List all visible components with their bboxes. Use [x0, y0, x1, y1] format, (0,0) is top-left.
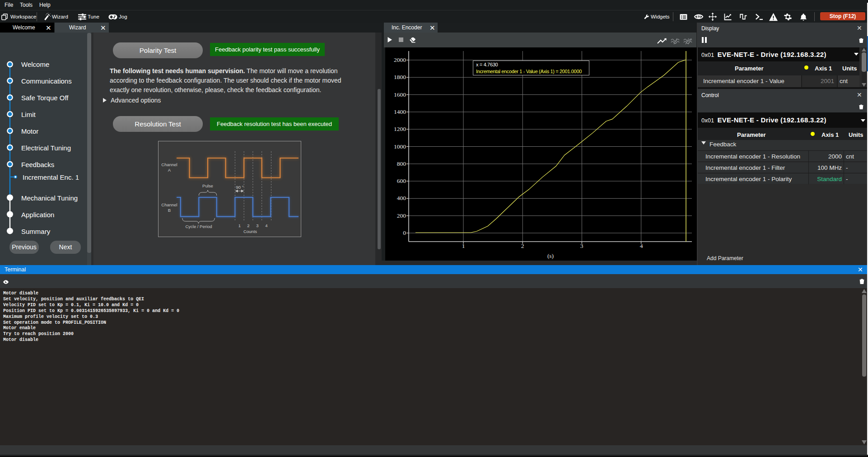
svg-text:3: 3	[256, 223, 258, 228]
svg-text:1: 1	[238, 223, 241, 228]
svg-text:Channel: Channel	[161, 202, 177, 207]
svg-text:1: 1	[462, 242, 465, 249]
svg-text:90 °: 90 °	[236, 185, 243, 190]
svg-text:2: 2	[247, 223, 249, 228]
svg-text:Pulse: Pulse	[202, 183, 213, 188]
svg-text:1800: 1800	[394, 74, 406, 80]
svg-text:4: 4	[640, 242, 643, 249]
svg-text:3: 3	[580, 242, 583, 249]
svg-text:200: 200	[397, 212, 406, 219]
svg-text:2: 2	[521, 242, 524, 249]
svg-text:Channel: Channel	[161, 162, 177, 167]
svg-text:Counts: Counts	[243, 229, 257, 234]
svg-text:4: 4	[265, 223, 267, 228]
svg-text:Cycle / Period: Cycle / Period	[185, 224, 212, 229]
svg-text:600: 600	[397, 177, 406, 184]
svg-text:2000: 2000	[394, 56, 406, 63]
svg-text:1200: 1200	[394, 126, 406, 132]
svg-text:800: 800	[397, 160, 406, 167]
svg-text:B: B	[168, 208, 171, 213]
svg-text:A: A	[168, 168, 171, 173]
svg-text:0: 0	[403, 229, 406, 236]
svg-text:1600: 1600	[394, 91, 406, 98]
svg-text:1000: 1000	[394, 143, 406, 150]
svg-text:1400: 1400	[394, 108, 406, 115]
svg-text:400: 400	[397, 195, 406, 201]
svg-text:(s): (s)	[547, 252, 554, 259]
